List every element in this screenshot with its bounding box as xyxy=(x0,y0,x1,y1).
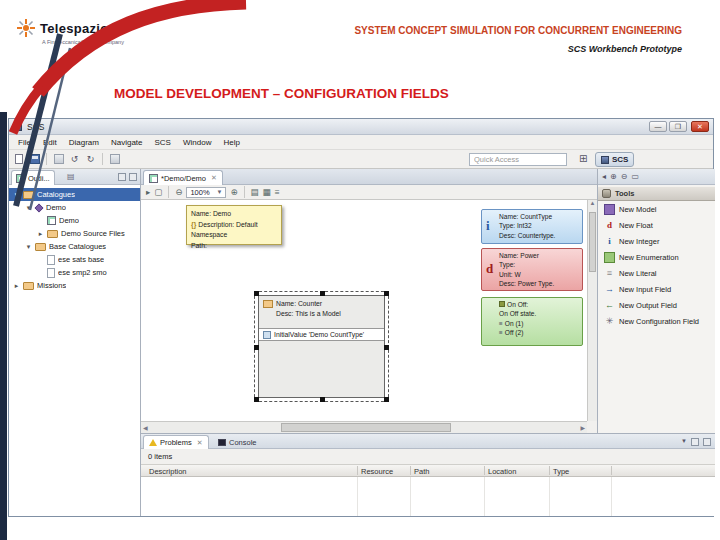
column-resource[interactable]: Resource xyxy=(361,467,393,476)
tree-item-ese-sats-base[interactable]: ese sats base xyxy=(9,253,140,266)
palette-item-new-input-field[interactable]: → New Input Field xyxy=(598,281,715,297)
model-node-icon xyxy=(263,300,273,308)
zoom-in-icon[interactable]: ⊕ xyxy=(230,187,237,197)
save-button[interactable] xyxy=(28,153,41,166)
close-button[interactable]: ✕ xyxy=(691,121,709,132)
zoom-out-icon[interactable]: ⊖ xyxy=(175,187,182,197)
close-tab-icon[interactable]: ✕ xyxy=(211,174,217,182)
count-type-node[interactable]: i Name: CountType Type: Int32 Desc: Coun… xyxy=(481,209,583,244)
palette-item-label: New Integer xyxy=(619,237,659,246)
quick-access-input[interactable] xyxy=(469,153,567,166)
column-path[interactable]: Path xyxy=(414,467,429,476)
scrollbar-thumb[interactable] xyxy=(281,423,451,432)
tree-item-catalogues[interactable]: ▾ Catalogues xyxy=(9,188,140,201)
diagram-canvas[interactable]: Name: Demo {}Description: Default Namesp… xyxy=(141,200,587,421)
grid-icon[interactable]: ▦ xyxy=(263,187,271,197)
expand-arrow-icon[interactable]: ▸ xyxy=(13,279,20,292)
tab-problems[interactable]: Problems ✕ xyxy=(143,435,209,449)
align-icon[interactable]: ▤ xyxy=(251,187,259,197)
vertical-scrollbar[interactable]: ▲ xyxy=(587,200,597,421)
minimize-view-icon[interactable] xyxy=(691,438,699,446)
layout-icon[interactable]: ≡ xyxy=(275,187,280,197)
collapse-arrow-icon[interactable]: ▾ xyxy=(25,201,32,214)
selection-handle[interactable] xyxy=(384,397,389,402)
minimize-button[interactable]: — xyxy=(649,121,667,132)
menu-window[interactable]: Window xyxy=(177,138,217,147)
collapse-arrow-icon[interactable]: ▾ xyxy=(13,188,20,201)
view-menu-icon[interactable]: ▼ xyxy=(681,438,687,446)
horizontal-scrollbar[interactable]: ◀ ▶ xyxy=(141,421,587,433)
selection-handle[interactable] xyxy=(384,291,389,296)
menu-scs[interactable]: SCS xyxy=(149,138,177,147)
zoom-level-select[interactable]: 100% ▼ xyxy=(186,187,226,198)
scroll-right-icon[interactable]: ▶ xyxy=(580,424,585,431)
menu-navigate[interactable]: Navigate xyxy=(105,138,149,147)
project-tree: ▾ Catalogues ▾ Demo Demo ▸ Demo xyxy=(9,185,140,292)
marquee-tool-icon[interactable]: ▢ xyxy=(154,187,162,197)
expand-arrow-icon[interactable]: ▸ xyxy=(37,227,44,240)
note-tool-icon[interactable]: ▭ xyxy=(631,172,639,181)
power-type-node[interactable]: d Name: Power Type: Unit: W Desc: Power … xyxy=(481,248,583,291)
tree-item-ese-smp2-smo[interactable]: ese smp2 smo xyxy=(9,266,140,279)
menu-help[interactable]: Help xyxy=(217,138,245,147)
collapse-arrow-icon[interactable]: ▾ xyxy=(25,240,32,253)
column-location[interactable]: Location xyxy=(488,467,516,476)
selection-handle[interactable] xyxy=(254,397,259,402)
tab-explorer[interactable]: Outli... xyxy=(11,170,55,185)
tree-item-base-catalogues[interactable]: ▾ Base Catalogues xyxy=(9,240,140,253)
counter-model-node[interactable]: Name: Counter Desc: This is a Model Init… xyxy=(258,295,385,398)
tools-drawer[interactable]: Tools xyxy=(598,186,715,201)
zoom-out-icon[interactable]: ⊖ xyxy=(621,172,628,181)
collapse-palette-icon[interactable]: ◂ xyxy=(602,172,606,181)
palette-item-label: New Float xyxy=(619,221,653,230)
palette-item-new-integer[interactable]: i New Integer xyxy=(598,233,715,249)
maximize-button[interactable]: ❐ xyxy=(669,121,687,132)
type-line: Type: xyxy=(499,260,579,269)
selection-handle[interactable] xyxy=(254,291,259,296)
app-icon xyxy=(13,122,22,131)
tree-item-demo-diagram[interactable]: Demo xyxy=(9,214,140,227)
tree-item-missions[interactable]: ▸ Missions xyxy=(9,279,140,292)
palette-item-new-float[interactable]: d New Float xyxy=(598,217,715,233)
print-button[interactable] xyxy=(52,153,65,166)
onoff-enumeration-node[interactable]: On Off: On Off state. ≡On (1) ≡Off (2) xyxy=(481,297,583,346)
open-perspective-icon[interactable]: ⊞ xyxy=(579,153,587,164)
problems-table-body[interactable] xyxy=(141,477,715,516)
undo-button[interactable]: ↺ xyxy=(68,153,81,166)
explorer-secondary-tab[interactable]: ▤ xyxy=(67,172,75,181)
selection-handle[interactable] xyxy=(254,345,259,350)
palette-item-new-model[interactable]: New Model xyxy=(598,201,715,217)
close-tab-icon[interactable]: ✕ xyxy=(197,439,203,447)
selection-handle[interactable] xyxy=(320,397,325,402)
maximize-view-icon[interactable] xyxy=(703,438,711,446)
tab-demo-diagram[interactable]: *Demo/Demo ✕ xyxy=(143,170,223,185)
maximize-view-icon[interactable] xyxy=(129,173,137,181)
perspective-button[interactable]: SCS xyxy=(595,152,634,167)
tree-item-demo-source-files[interactable]: ▸ Demo Source Files xyxy=(9,227,140,240)
palette-item-new-enumeration[interactable]: New Enumeration xyxy=(598,249,715,265)
selection-handle[interactable] xyxy=(320,291,325,296)
tab-console[interactable]: Console xyxy=(213,435,262,449)
select-tool-icon[interactable]: ▸ xyxy=(146,187,150,197)
menu-diagram[interactable]: Diagram xyxy=(63,138,105,147)
outline-icon xyxy=(16,174,25,183)
column-type[interactable]: Type xyxy=(553,467,569,476)
window-titlebar[interactable]: SCS — ❐ ✕ xyxy=(9,119,713,135)
scrollbar-thumb[interactable] xyxy=(589,212,596,272)
configuration-field-row[interactable]: InitialValue 'Demo CountType' xyxy=(259,328,384,341)
menu-file[interactable]: File xyxy=(12,138,37,147)
run-button[interactable] xyxy=(108,153,121,166)
palette-item-new-configuration-field[interactable]: ✳ New Configuration Field xyxy=(598,313,715,329)
minimize-view-icon[interactable] xyxy=(118,173,126,181)
selection-handle[interactable] xyxy=(384,345,389,350)
scroll-left-icon[interactable]: ◀ xyxy=(143,424,148,431)
column-description[interactable]: Description xyxy=(149,467,187,476)
menu-edit[interactable]: Edit xyxy=(37,138,63,147)
tree-item-demo-model[interactable]: ▾ Demo xyxy=(9,201,140,214)
new-file-button[interactable] xyxy=(12,153,25,166)
configuration-field-label: InitialValue 'Demo CountType' xyxy=(274,331,364,338)
palette-item-new-output-field[interactable]: → New Output Field xyxy=(598,297,715,313)
zoom-in-icon[interactable]: ⊕ xyxy=(610,172,617,181)
redo-button[interactable]: ↻ xyxy=(84,153,97,166)
palette-item-new-literal[interactable]: ≡ New Literal xyxy=(598,265,715,281)
